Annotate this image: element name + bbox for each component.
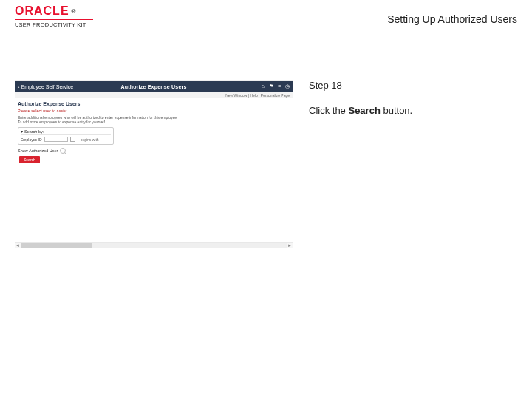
step-label: Step 18	[309, 80, 517, 91]
screenshot-panel: ‹ Employee Self Service Authorize Expens…	[0, 80, 296, 248]
hint-line-2: To add more employees to expense entry f…	[18, 120, 290, 124]
instruction-panel: Step 18 Click the Search button.	[296, 80, 532, 248]
subbrand-text: USER PRODUCTIVITY KIT	[15, 21, 93, 28]
main-area: ‹ Employee Self Service Authorize Expens…	[0, 80, 532, 248]
brand-block: ORACLE ® USER PRODUCTIVITY KIT	[15, 4, 93, 28]
lookup-icon[interactable]	[70, 137, 75, 142]
scroll-left-arrow[interactable]: ◄	[15, 243, 21, 248]
back-button[interactable]: ‹ Employee Self Service	[18, 83, 73, 90]
subbar-links[interactable]: New Window | Help | Personalize Page	[225, 93, 290, 98]
mini-navbar: ‹ Employee Self Service Authorize Expens…	[15, 81, 293, 92]
brand-divider	[15, 19, 93, 20]
notification-icon[interactable]: ◷	[285, 83, 290, 89]
scroll-thumb[interactable]	[21, 243, 92, 248]
chevron-left-icon: ‹	[18, 83, 20, 90]
home-icon[interactable]: ⌂	[262, 83, 265, 89]
mini-subbar: New Window | Help | Personalize Page	[15, 92, 293, 98]
search-row: Employee ID begins with	[21, 137, 111, 142]
search-button[interactable]: Search	[19, 156, 40, 163]
search-button-row: Search	[18, 156, 290, 163]
trademark-symbol: ®	[72, 8, 77, 15]
search-legend: ▾ Search by:	[21, 129, 111, 135]
nav-title: Authorize Expense Users	[120, 84, 186, 89]
instruction-before: Click the	[309, 105, 348, 116]
flag-icon[interactable]: ⚑	[269, 83, 273, 89]
field-label: Employee ID	[21, 137, 42, 142]
search-legend-text: Search by:	[24, 129, 44, 134]
employee-id-input[interactable]	[44, 137, 68, 142]
magnifier-icon[interactable]	[60, 148, 66, 154]
menu-icon[interactable]: ≡	[278, 83, 281, 89]
mini-hint: Enter additional employees who will be a…	[18, 115, 290, 124]
brand-text: ORACLE	[15, 4, 69, 18]
instruction-after: button.	[381, 105, 412, 116]
search-criteria-box: ▾ Search by: Employee ID begins with	[18, 127, 114, 145]
nav-icons: ⌂ ⚑ ≡ ◷	[262, 83, 290, 89]
mini-subheading: Please select user to assist	[18, 109, 290, 113]
mini-app: ‹ Employee Self Service Authorize Expens…	[15, 80, 293, 248]
instruction-text: Click the Search button.	[309, 104, 517, 117]
horizontal-scrollbar[interactable]: ◄ ►	[15, 242, 293, 248]
mini-page-title: Authorize Expense Users	[18, 101, 290, 106]
topic-title: Setting Up Authorized Users	[387, 13, 517, 25]
oracle-logo: ORACLE ®	[15, 4, 93, 18]
operator-label: begins with	[81, 137, 99, 142]
collapse-icon[interactable]: ▾	[21, 129, 23, 134]
mini-body: Authorize Expense Users Please select us…	[15, 98, 293, 165]
back-label: Employee Self Service	[21, 84, 73, 89]
result-line: Show Authorized User	[18, 148, 290, 154]
instruction-bold: Search	[348, 105, 380, 116]
scroll-right-arrow[interactable]: ►	[287, 243, 293, 248]
page-header: ORACLE ® USER PRODUCTIVITY KIT Setting U…	[0, 0, 532, 38]
scroll-track[interactable]	[21, 243, 287, 248]
result-label: Show Authorized User	[18, 149, 58, 153]
